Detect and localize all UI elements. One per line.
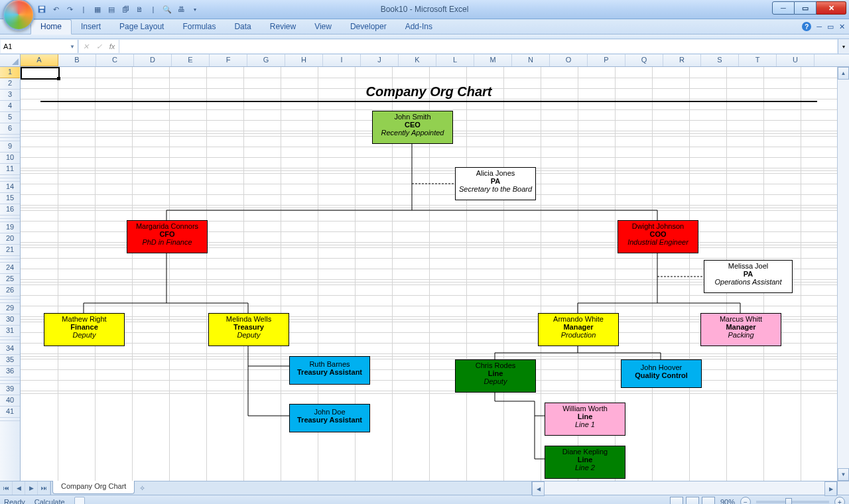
row-header-21[interactable]: 21 — [0, 245, 20, 256]
row-header-20[interactable]: 20 — [0, 233, 20, 245]
mdi-close-icon[interactable]: ✕ — [839, 23, 845, 31]
cancel-formula-icon[interactable]: ✕ — [79, 40, 92, 53]
ribbon-tab-home[interactable]: Home — [31, 19, 72, 34]
ribbon-tab-view[interactable]: View — [305, 20, 341, 34]
row-header-34[interactable]: 34 — [0, 344, 20, 355]
prev-sheet-icon[interactable]: ◀ — [13, 481, 25, 495]
horizontal-scroll-track[interactable] — [545, 481, 824, 495]
ribbon-tab-data[interactable]: Data — [225, 20, 260, 34]
col-header-G[interactable]: G — [247, 54, 285, 66]
macro-record-icon[interactable] — [74, 497, 85, 504]
col-header-L[interactable]: L — [436, 54, 474, 66]
col-header-U[interactable]: U — [777, 54, 815, 66]
row-header-4[interactable]: 4 — [0, 101, 20, 112]
col-header-J[interactable]: J — [361, 54, 399, 66]
row-header-14[interactable]: 14 — [0, 182, 20, 193]
col-header-P[interactable]: P — [588, 54, 625, 66]
qat-icon-4[interactable]: 🗎 — [133, 3, 145, 15]
col-header-H[interactable]: H — [285, 54, 323, 66]
row-header-31[interactable]: 31 — [0, 326, 20, 337]
row-header-11[interactable]: 11 — [0, 164, 20, 175]
ribbon-tab-insert[interactable]: Insert — [72, 20, 110, 34]
col-header-M[interactable]: M — [474, 54, 512, 66]
row-header-6[interactable]: 6 — [0, 123, 20, 135]
ribbon-tab-addins[interactable]: Add-Ins — [396, 20, 442, 34]
row-header-19[interactable]: 19 — [0, 222, 20, 233]
col-header-K[interactable]: K — [399, 54, 436, 66]
sheet-tab-active[interactable]: Company Org Chart — [52, 481, 135, 494]
qat-icon-3[interactable]: 🗐 — [119, 3, 131, 15]
ribbon-tab-developer[interactable]: Developer — [341, 20, 396, 34]
view-normal-icon[interactable] — [670, 497, 683, 504]
ribbon-tab-formulas[interactable]: Formulas — [173, 20, 225, 34]
col-header-N[interactable]: N — [512, 54, 550, 66]
row-header-42[interactable] — [0, 418, 20, 421]
undo-icon[interactable]: ↶ — [50, 3, 62, 15]
vertical-scroll-track[interactable] — [838, 80, 849, 468]
mdi-restore-icon[interactable]: ▭ — [827, 23, 834, 31]
row-header-1[interactable]: 1 — [0, 67, 20, 78]
horizontal-scrollbar[interactable]: ◀ ▶ — [531, 481, 837, 495]
row-header-25[interactable]: 25 — [0, 274, 20, 285]
name-box-dropdown-icon[interactable]: ▼ — [70, 44, 75, 50]
row-header-24[interactable]: 24 — [0, 263, 20, 274]
row-header-3[interactable]: 3 — [0, 90, 20, 101]
mdi-minimize-icon[interactable]: ─ — [816, 23, 822, 31]
zoom-slider[interactable] — [756, 501, 829, 503]
help-icon[interactable]: ? — [802, 22, 811, 31]
col-header-F[interactable]: F — [210, 54, 247, 66]
col-header-B[interactable]: B — [58, 54, 96, 66]
print-icon[interactable]: 🖶 — [175, 3, 187, 15]
office-button[interactable] — [3, 0, 34, 31]
qat-dropdown-icon[interactable]: ▾ — [189, 3, 201, 15]
row-header-39[interactable]: 39 — [0, 384, 20, 395]
scroll-down-icon[interactable]: ▼ — [838, 468, 849, 481]
first-sheet-icon[interactable]: ⏮ — [0, 481, 13, 495]
insert-sheet-icon[interactable]: ✧ — [135, 481, 149, 495]
row-header-16[interactable]: 16 — [0, 204, 20, 216]
view-pagelayout-icon[interactable] — [686, 497, 699, 504]
last-sheet-icon[interactable]: ⏭ — [38, 481, 50, 495]
minimize-button[interactable]: ─ — [772, 1, 795, 15]
qat-icon-2[interactable]: ▤ — [105, 3, 117, 15]
name-box[interactable]: A1 ▼ — [1, 40, 78, 53]
col-header-T[interactable]: T — [739, 54, 777, 66]
col-header-R[interactable]: R — [663, 54, 701, 66]
view-pagebreak-icon[interactable] — [702, 497, 715, 504]
zoom-in-icon[interactable]: + — [834, 497, 845, 504]
qat-icon-1[interactable]: ▦ — [92, 3, 103, 15]
row-header-35[interactable]: 35 — [0, 355, 20, 366]
zoom-percent[interactable]: 90% — [720, 498, 735, 504]
active-cell-a1[interactable] — [21, 67, 60, 80]
scroll-right-icon[interactable]: ▶ — [824, 481, 837, 496]
maximize-button[interactable]: ▭ — [795, 1, 816, 15]
row-header-10[interactable]: 10 — [0, 153, 20, 164]
row-header-36[interactable]: 36 — [0, 366, 20, 377]
row-header-29[interactable]: 29 — [0, 303, 20, 314]
col-header-I[interactable]: I — [323, 54, 361, 66]
col-header-D[interactable]: D — [134, 54, 172, 66]
print-preview-icon[interactable]: 🔍 — [161, 3, 173, 15]
row-header-2[interactable]: 2 — [0, 78, 20, 90]
row-header-30[interactable]: 30 — [0, 314, 20, 326]
col-header-O[interactable]: O — [550, 54, 588, 66]
row-header-41[interactable]: 41 — [0, 407, 20, 418]
col-header-Q[interactable]: Q — [625, 54, 663, 66]
col-header-C[interactable]: C — [96, 54, 134, 66]
redo-icon[interactable]: ↷ — [64, 3, 76, 15]
expand-formula-bar-icon[interactable]: ▾ — [838, 39, 849, 54]
cell-grid[interactable]: Company Org Chart — [21, 67, 837, 481]
row-header-15[interactable]: 15 — [0, 193, 20, 204]
enter-formula-icon[interactable]: ✓ — [92, 40, 105, 53]
next-sheet-icon[interactable]: ▶ — [25, 481, 38, 495]
col-header-S[interactable]: S — [701, 54, 739, 66]
insert-function-icon[interactable]: fx — [105, 40, 119, 53]
close-button[interactable]: ✕ — [816, 1, 846, 15]
row-header-26[interactable]: 26 — [0, 285, 20, 296]
row-header-40[interactable]: 40 — [0, 395, 20, 407]
scroll-left-icon[interactable]: ◀ — [532, 481, 545, 496]
select-all-corner[interactable] — [0, 54, 21, 66]
row-header-5[interactable]: 5 — [0, 112, 20, 123]
row-header-9[interactable]: 9 — [0, 141, 20, 153]
col-header-A[interactable]: A — [21, 54, 58, 66]
